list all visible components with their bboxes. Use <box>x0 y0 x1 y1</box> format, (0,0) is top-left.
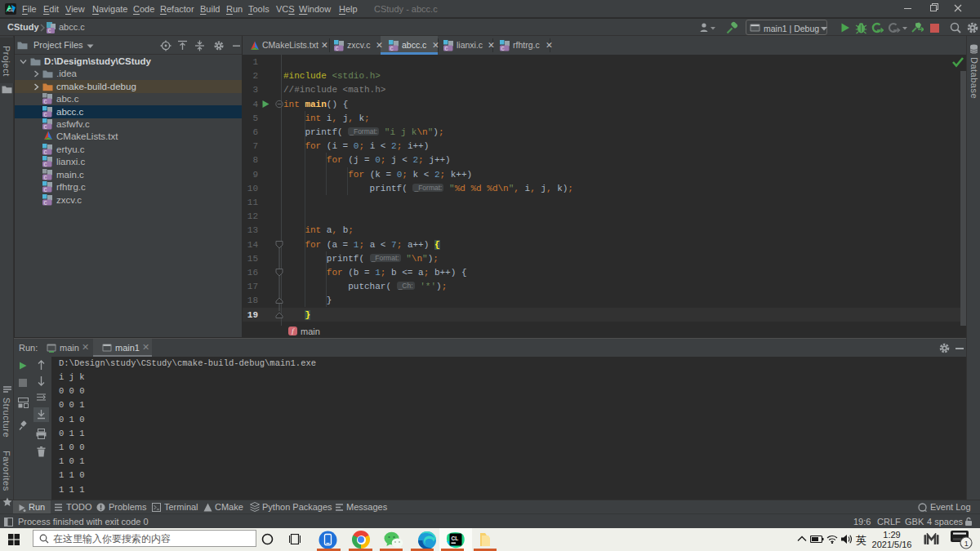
svg-text:C: C <box>44 200 47 207</box>
svg-text:C: C <box>48 28 51 33</box>
svg-text:1: 1 <box>964 540 969 548</box>
svg-text:C: C <box>44 112 47 118</box>
svg-text:C: C <box>501 46 505 52</box>
svg-text:C: C <box>44 187 47 193</box>
svg-text:C: C <box>44 162 47 168</box>
svg-text:C: C <box>390 46 394 52</box>
svg-text:C: C <box>44 175 47 181</box>
svg-text:CL: CL <box>452 535 459 541</box>
svg-text:C: C <box>44 99 47 105</box>
svg-text:C: C <box>44 149 47 156</box>
svg-text:C: C <box>336 46 339 52</box>
svg-text:C: C <box>445 46 448 52</box>
svg-text:CL: CL <box>7 7 14 12</box>
svg-text:C: C <box>44 124 47 131</box>
